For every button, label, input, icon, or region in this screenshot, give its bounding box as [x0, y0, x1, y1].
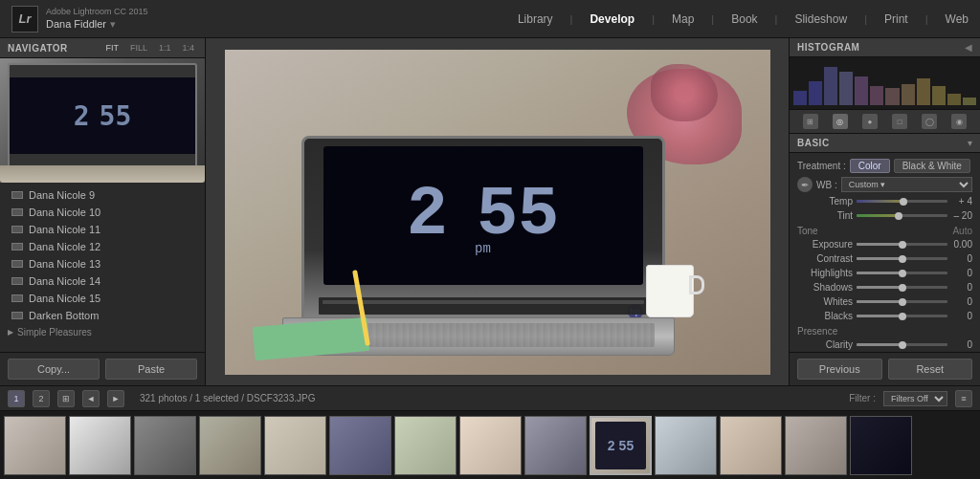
filmstrip-thumb-6[interactable]	[329, 416, 391, 475]
filmstrip-thumb-11[interactable]	[655, 416, 717, 475]
nav-library[interactable]: Library	[518, 9, 553, 30]
nav-print[interactable]: Print	[884, 9, 908, 30]
collection-item-10[interactable]: Dana Nicole 10	[0, 204, 205, 221]
app-name: Adobe Lightroom CC 2015	[46, 7, 148, 18]
exposure-label: Exposure	[797, 239, 853, 250]
histogram-collapse-icon[interactable]: ◀	[965, 42, 972, 53]
brush-tool-icon[interactable]: ◉	[951, 114, 967, 129]
right-panel-bottom: Previous Reset	[790, 352, 980, 385]
filmstrip-thumb-8[interactable]	[459, 416, 522, 475]
next-nav-button[interactable]: ►	[107, 390, 124, 407]
exposure-value: 0.00	[951, 239, 972, 250]
zoom-1-1[interactable]: 1:1	[156, 42, 174, 54]
filmstrip-thumb-5[interactable]	[264, 416, 326, 475]
whites-row: Whites 0	[790, 294, 980, 309]
nav-develop[interactable]: Develop	[590, 9, 635, 30]
prev-nav-button[interactable]: ◄	[82, 390, 100, 407]
collection-item-14[interactable]: Dana Nicole 14	[0, 272, 205, 290]
nav-book[interactable]: Book	[731, 9, 757, 30]
temp-slider[interactable]	[857, 200, 947, 203]
collection-item-darken[interactable]: Darken Bottom	[0, 307, 205, 324]
paste-button[interactable]: Paste	[105, 359, 197, 380]
color-treatment-button[interactable]: Color	[850, 159, 890, 173]
right-panel: Histogram ◀ ⊞ ◎ ● □ ◯ ◉ B	[789, 38, 980, 385]
crop-tool-icon[interactable]: ⊞	[803, 114, 818, 129]
filmstrip-thumb-9[interactable]	[524, 416, 587, 475]
blacks-value: 0	[951, 311, 972, 321]
shadows-label: Shadows	[797, 282, 853, 293]
user-name[interactable]: Dana Fiddler ▾	[46, 17, 148, 31]
navigator-preview[interactable]: 2 55	[0, 58, 205, 183]
photo-laptop-body: 2 55 pm hp	[301, 136, 665, 327]
filmstrip-thumb-1[interactable]	[4, 416, 66, 475]
compare-view-button[interactable]: 2	[33, 390, 50, 407]
photo-clock-2: 2	[407, 176, 448, 254]
collection-item-15[interactable]: Dana Nicole 15	[0, 290, 205, 307]
reset-button[interactable]: Reset	[888, 359, 973, 380]
filmstrip-thumb-14[interactable]	[850, 416, 912, 475]
nav-web[interactable]: Web	[946, 9, 969, 30]
filmstrip-thumb-2[interactable]	[69, 416, 131, 475]
zoom-fit[interactable]: FIT	[102, 42, 122, 54]
collection-icon	[11, 260, 23, 268]
whites-slider[interactable]	[857, 300, 947, 303]
photo-cup	[646, 265, 694, 317]
nav-map[interactable]: Map	[672, 9, 694, 30]
spot-tool-icon[interactable]: ◎	[833, 114, 848, 129]
filter-dropdown[interactable]: Filters Off Flagged Rated	[883, 391, 947, 406]
zoom-fill[interactable]: FILL	[127, 42, 150, 54]
filmstrip-thumb-10-active[interactable]: 2 55	[590, 416, 652, 475]
highlights-slider[interactable]	[857, 272, 947, 274]
collection-item-13[interactable]: Dana Nicole 13	[0, 255, 205, 272]
contrast-label: Contrast	[797, 253, 853, 264]
single-view-button[interactable]: 1	[8, 390, 25, 407]
blacks-slider[interactable]	[857, 315, 947, 317]
filmstrip-thumb-4[interactable]	[199, 416, 261, 475]
tone-auto-button[interactable]: Auto	[952, 226, 972, 236]
filmstrip-thumb-3[interactable]	[134, 416, 196, 475]
tint-slider[interactable]	[857, 214, 947, 217]
navigator-title: Navigator	[8, 43, 68, 54]
copy-button[interactable]: Copy...	[8, 359, 100, 380]
contrast-slider[interactable]	[857, 257, 947, 260]
temp-label: Temp	[797, 196, 853, 207]
highlights-label: Highlights	[797, 268, 853, 278]
redeye-tool-icon[interactable]: ●	[862, 114, 878, 129]
clarity-slider[interactable]	[857, 343, 947, 346]
collection-icon	[11, 243, 23, 250]
collection-section-simple-pleasures[interactable]: ▶ Simple Pleasures	[0, 324, 205, 340]
user-dropdown-icon[interactable]: ▾	[110, 17, 116, 31]
filter-label: Filter :	[849, 393, 876, 403]
shadows-value: 0	[951, 282, 972, 293]
exposure-slider[interactable]	[857, 243, 947, 246]
filmstrip-thumb-7[interactable]	[394, 416, 457, 475]
radial-tool-icon[interactable]: ◯	[922, 114, 937, 129]
wb-select[interactable]: Custom ▾ Auto Daylight Cloudy	[841, 177, 972, 192]
wb-row: ✒ WB : Custom ▾ Auto Daylight Cloudy	[790, 175, 980, 194]
shadows-slider[interactable]	[857, 286, 947, 289]
histogram-area	[790, 57, 980, 110]
clarity-label: Clarity	[797, 339, 853, 350]
navigator-controls: FIT FILL 1:1 1:4	[102, 42, 197, 54]
zoom-1-4[interactable]: 1:4	[179, 42, 197, 54]
tint-label: Tint	[797, 210, 853, 221]
collection-icon	[11, 312, 23, 319]
eyedropper-icon[interactable]: ✒	[797, 177, 813, 192]
collection-item-12[interactable]: Dana Nicole 12	[0, 238, 205, 255]
filmstrip-thumb-12[interactable]	[720, 416, 782, 475]
bw-treatment-button[interactable]: Black & White	[894, 159, 970, 173]
grid-view-button[interactable]: ⊞	[57, 390, 75, 407]
preview-laptop: 2 55	[8, 63, 197, 168]
collection-item-11[interactable]: Dana Nicole 11	[0, 221, 205, 238]
filmstrip-thumb-13[interactable]	[785, 416, 847, 475]
lr-logo-text: Lr	[19, 11, 32, 26]
main-content: Navigator FIT FILL 1:1 1:4 2 55	[0, 38, 980, 385]
highlights-row: Highlights 0	[790, 266, 980, 280]
nav-slideshow[interactable]: Slideshow	[794, 9, 847, 30]
collection-item-9[interactable]: Dana Nicole 9	[0, 186, 205, 204]
filter-toggle-icon[interactable]: ≡	[955, 390, 972, 407]
basic-collapse-icon[interactable]: ▾	[968, 138, 972, 148]
left-panel: Navigator FIT FILL 1:1 1:4 2 55	[0, 38, 206, 385]
gradient-tool-icon[interactable]: □	[892, 114, 907, 129]
previous-button[interactable]: Previous	[797, 359, 882, 380]
